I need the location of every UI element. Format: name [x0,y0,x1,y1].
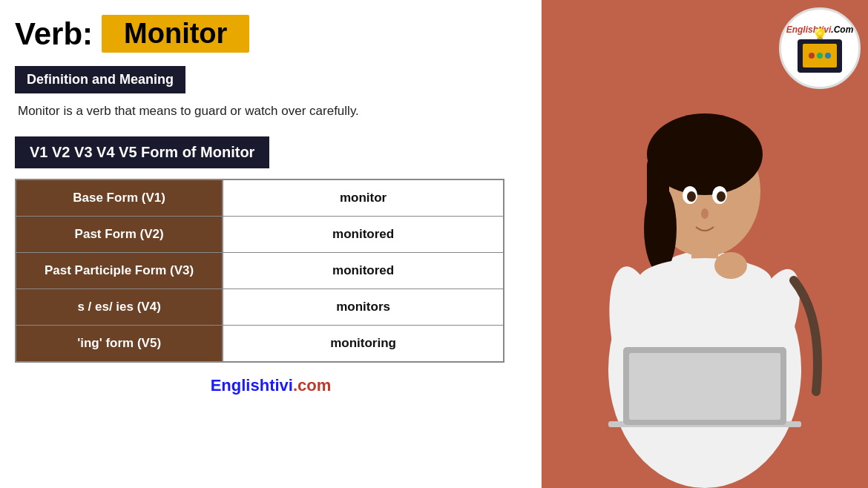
table-row: s / es/ ies (V4)monitors [16,289,504,326]
svg-point-13 [717,191,726,202]
form-value: monitor [223,179,504,217]
person-image [549,58,861,488]
left-panel: Verb: Monitor Definition and Meaning Mon… [0,0,542,488]
form-value: monitored [223,217,504,253]
form-label: 'ing' form (V5) [16,326,223,363]
footer-brand-red: .com [293,376,331,395]
svg-point-9 [714,252,747,279]
svg-point-4 [644,184,677,273]
svg-rect-17 [629,353,780,420]
svg-point-14 [701,208,708,219]
forms-section: V1 V2 V3 V4 V5 Form of Monitor Base Form… [15,136,527,363]
svg-point-6 [638,258,772,303]
svg-point-12 [687,191,696,202]
forms-table: Base Form (V1)monitorPast Form (V2)monit… [15,179,504,363]
table-row: Base Form (V1)monitor [16,179,504,217]
definition-section: Definition and Meaning Monitor is a verb… [15,66,527,119]
definition-text: Monitor is a verb that means to guard or… [15,104,527,119]
person-svg [549,58,861,488]
form-value: monitors [223,289,504,326]
form-label: s / es/ ies (V4) [16,289,223,326]
form-label: Past Form (V2) [16,217,223,253]
definition-title: Definition and Meaning [15,66,185,93]
form-value: monitored [223,253,504,289]
table-row: 'ing' form (V5)monitoring [16,326,504,363]
forms-title: V1 V2 V3 V4 V5 Form of Monitor [15,136,269,168]
form-label: Base Form (V1) [16,179,223,217]
form-label: Past Participle Form (V3) [16,253,223,289]
table-row: Past Form (V2)monitored [16,217,504,253]
form-value: monitoring [223,326,504,363]
footer-brand: Englishtivi.com [15,376,527,395]
verb-word: Monitor [102,15,249,53]
footer-brand-blue: Englishtivi [211,376,293,395]
table-row: Past Participle Form (V3)monitored [16,253,504,289]
verb-label: Verb: [15,16,93,52]
verb-header: Verb: Monitor [15,15,527,53]
right-panel: Englishtivi.Com 💡 [542,0,868,488]
